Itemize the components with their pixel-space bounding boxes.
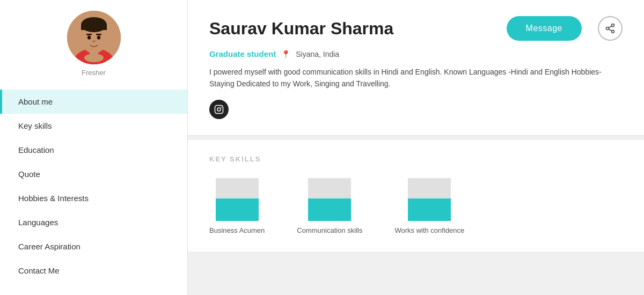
- about-section: Saurav Kumar Sharma Message Graduate stu…: [188, 0, 644, 136]
- skill-label-communication: Communication skills: [297, 226, 362, 234]
- svg-point-6: [87, 36, 91, 40]
- svg-line-15: [609, 29, 612, 31]
- skill-label-business-acumen: Business Acumen: [209, 226, 265, 234]
- svg-line-16: [609, 26, 612, 27]
- profile-subtitle: Graduate student 📍 Siyana, India: [209, 49, 623, 58]
- skill-item-business-acumen: Business Acumen: [209, 178, 265, 234]
- sidebar-item-key-skills[interactable]: Key skills: [0, 114, 187, 138]
- skill-bar-confidence: [408, 178, 451, 221]
- location-pin-icon: 📍: [281, 50, 290, 58]
- instagram-icon[interactable]: [209, 100, 229, 119]
- svg-point-11: [84, 54, 104, 62]
- main-content: Saurav Kumar Sharma Message Graduate stu…: [188, 0, 644, 295]
- svg-point-10: [92, 40, 96, 42]
- skills-section-title: KEY SKILLS: [209, 155, 623, 163]
- skill-bar-communication: [308, 178, 351, 221]
- avatar: [67, 11, 121, 64]
- skills-bars: Business Acumen Communication skills Wor…: [209, 178, 623, 234]
- sidebar-item-languages[interactable]: Languages: [0, 210, 187, 234]
- profile-title: Graduate student: [209, 49, 276, 58]
- profile-header: Saurav Kumar Sharma Message: [209, 16, 623, 41]
- message-button[interactable]: Message: [507, 16, 582, 41]
- sidebar-item-hobbies[interactable]: Hobbies & Interests: [0, 186, 187, 210]
- sidebar-item-about-me[interactable]: About me: [0, 90, 187, 114]
- share-icon: [605, 23, 616, 34]
- fresher-label: Fresher: [82, 69, 106, 77]
- sidebar-item-education[interactable]: Education: [0, 138, 187, 162]
- nav-list: About me Key skills Education Quote Hobb…: [0, 90, 187, 283]
- sidebar: Fresher About me Key skills Education Qu…: [0, 0, 188, 295]
- skill-label-confidence: Works with confidence: [394, 226, 464, 234]
- skill-item-communication: Communication skills: [297, 178, 362, 234]
- svg-point-19: [221, 107, 222, 108]
- skill-bar-business-acumen: [216, 178, 259, 221]
- svg-point-7: [97, 36, 100, 40]
- avatar-container: Fresher: [67, 11, 121, 84]
- svg-rect-5: [81, 25, 107, 30]
- profile-name: Saurav Kumar Sharma: [209, 19, 491, 39]
- share-button[interactable]: [598, 16, 623, 41]
- sidebar-item-contact-me[interactable]: Contact Me: [0, 259, 187, 283]
- about-text: I powered myself with good communication…: [209, 66, 623, 90]
- skill-item-confidence: Works with confidence: [394, 178, 464, 234]
- sidebar-item-career-aspiration[interactable]: Career Aspiration: [0, 234, 187, 259]
- svg-point-18: [217, 108, 221, 111]
- skills-section: KEY SKILLS Business Acumen Communication…: [188, 140, 644, 252]
- sidebar-item-quote[interactable]: Quote: [0, 162, 187, 186]
- svg-rect-17: [215, 105, 223, 113]
- profile-location: Siyana, India: [296, 50, 339, 58]
- svg-rect-9: [96, 34, 101, 35]
- svg-rect-8: [86, 34, 92, 35]
